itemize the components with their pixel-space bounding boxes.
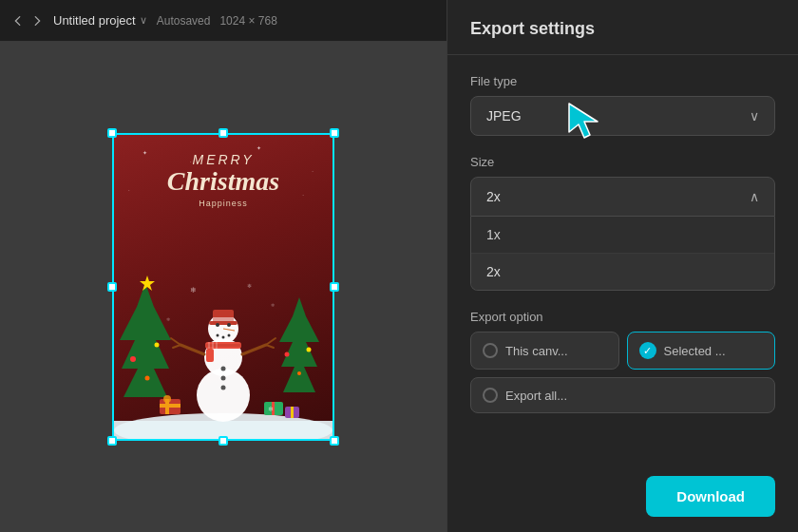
handle-bc[interactable]: [218, 436, 228, 446]
this-canvas-option[interactable]: This canv...: [470, 332, 619, 370]
svg-point-31: [217, 334, 219, 337]
file-type-value: JPEG: [486, 108, 522, 124]
size-value: 2x: [486, 189, 501, 204]
file-type-label: File type: [470, 74, 775, 88]
export-panel: Export settings File type JPEG ∨ Size 2x…: [446, 0, 798, 532]
svg-point-6: [145, 376, 150, 381]
selected-label: Selected ...: [664, 344, 726, 358]
export-all-label: Export all...: [505, 389, 567, 403]
dimensions-label: 1024 × 768: [219, 14, 276, 28]
svg-rect-36: [206, 349, 214, 362]
workspace: ✦ · ✦ · · · MERRY Christmas Happiness: [0, 42, 446, 532]
project-name[interactable]: Untitled project ∨: [53, 13, 147, 28]
svg-marker-9: [293, 297, 306, 316]
chevron-icon: ∨: [140, 14, 147, 27]
svg-point-32: [222, 336, 225, 339]
svg-rect-26: [209, 321, 238, 325]
back-icon[interactable]: [11, 14, 25, 28]
svg-text:❄: ❄: [190, 286, 197, 294]
radio-unchecked-all: [483, 388, 498, 403]
size-option-1x[interactable]: 1x: [471, 217, 774, 254]
handle-br[interactable]: [330, 436, 339, 446]
chevron-down-icon: ∨: [750, 108, 759, 124]
svg-line-48: [266, 345, 274, 348]
svg-marker-2: [120, 307, 171, 397]
card-merry-text: MERRY: [192, 152, 254, 167]
handle-bl[interactable]: [107, 436, 117, 446]
snowflake: ✦: [142, 149, 147, 156]
svg-rect-35: [205, 344, 241, 347]
export-all-row: Export all...: [470, 377, 775, 413]
panel-footer: Download: [447, 461, 798, 532]
snowflake: ✦: [256, 144, 261, 151]
handle-ml[interactable]: [107, 282, 117, 292]
svg-point-16: [163, 395, 171, 403]
svg-point-28: [216, 323, 219, 327]
svg-line-43: [180, 345, 204, 354]
toolbar: Untitled project ∨ Autosaved 1024 × 768: [0, 0, 446, 42]
selected-option[interactable]: ✓ Selected ...: [627, 332, 776, 370]
svg-line-45: [173, 345, 180, 348]
download-button[interactable]: Download: [646, 476, 775, 517]
snowflake: ·: [128, 187, 130, 193]
size-label: Size: [470, 155, 775, 169]
svg-point-10: [285, 352, 290, 357]
snowflake: ·: [312, 168, 314, 174]
forward-icon[interactable]: [30, 14, 44, 28]
export-all-option[interactable]: Export all...: [470, 377, 775, 413]
svg-line-46: [242, 345, 266, 354]
card-subtitle-text: Happiness: [199, 199, 248, 208]
export-option-group: This canv... ✓ Selected ... Export all..…: [470, 332, 775, 413]
this-canvas-label: This canv...: [505, 344, 568, 358]
svg-point-12: [297, 371, 301, 375]
handle-tc[interactable]: [218, 128, 228, 138]
handle-mr[interactable]: [330, 282, 339, 292]
panel-title: Export settings: [470, 19, 775, 39]
svg-text:❄: ❄: [166, 316, 170, 322]
size-option-2x[interactable]: 2x: [471, 254, 774, 290]
svg-point-40: [221, 367, 226, 371]
handle-tl[interactable]: [107, 128, 117, 138]
svg-point-29: [227, 323, 231, 327]
nav-buttons[interactable]: [11, 14, 44, 28]
canvas-frame[interactable]: ✦ · ✦ · · · MERRY Christmas Happiness: [114, 135, 332, 439]
size-dropdown-menu: 1x 2x: [470, 217, 775, 291]
export-option-label: Export option: [470, 310, 775, 324]
handle-tr[interactable]: [330, 128, 339, 138]
canvas-area: Untitled project ∨ Autosaved 1024 × 768 …: [0, 0, 446, 532]
card-christmas-text: Christmas: [167, 167, 279, 197]
export-option-row-1: This canv... ✓ Selected ...: [470, 332, 775, 370]
svg-text:❄: ❄: [268, 406, 274, 412]
autosaved-label: Autosaved: [157, 14, 211, 28]
card-image: ✦ · ✦ · · · MERRY Christmas Happiness: [114, 135, 332, 439]
file-type-dropdown[interactable]: JPEG ∨: [470, 96, 775, 136]
svg-rect-15: [160, 404, 180, 408]
svg-text:❄: ❄: [271, 302, 275, 308]
scene-svg: ❄: [114, 241, 332, 439]
svg-point-4: [130, 356, 136, 362]
panel-content: File type JPEG ∨ Size 2x ∧ 1x 2x Export …: [447, 55, 798, 461]
panel-header: Export settings: [447, 0, 798, 55]
snowflake: ·: [302, 192, 304, 198]
check-icon: ✓: [639, 342, 656, 359]
svg-rect-27: [213, 317, 234, 321]
svg-point-41: [221, 376, 226, 381]
chevron-up-icon: ∧: [750, 189, 759, 204]
svg-text:❄: ❄: [247, 283, 252, 289]
svg-point-33: [228, 334, 231, 337]
size-dropdown-trigger[interactable]: 2x ∧: [470, 177, 775, 217]
svg-point-11: [307, 348, 312, 352]
svg-point-5: [155, 343, 160, 348]
svg-point-42: [221, 386, 226, 390]
svg-line-47: [266, 338, 276, 345]
svg-line-44: [171, 338, 180, 345]
snowflake: ·: [190, 159, 192, 164]
svg-rect-21: [291, 407, 294, 418]
radio-unchecked: [483, 343, 498, 358]
